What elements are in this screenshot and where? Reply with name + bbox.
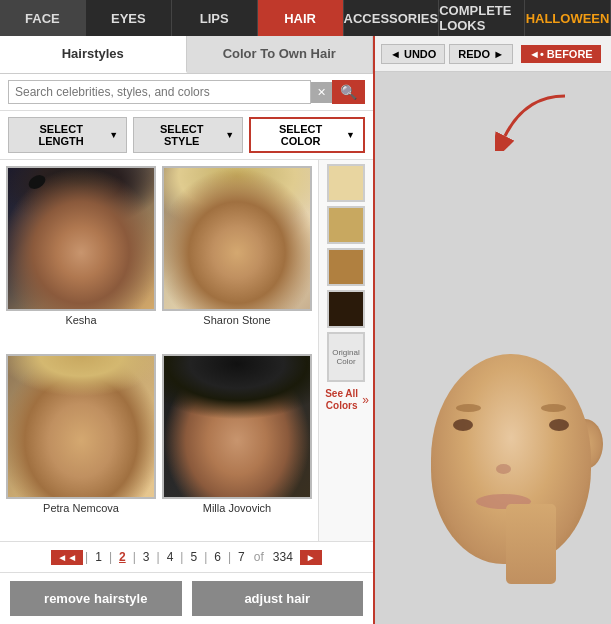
filters-bar: SELECT LENGTH ▼ SELECT STYLE ▼ SELECT CO… — [0, 111, 373, 160]
hair-item-petra-nemcova[interactable]: Petra Nemcova — [6, 354, 156, 536]
hair-grid: Kesha Sharon Stone — [0, 160, 318, 541]
tab-accessories[interactable]: ACCESSORIES — [344, 0, 440, 36]
tab-hair[interactable]: HAIR — [258, 0, 344, 36]
nose — [496, 464, 511, 474]
see-all-arrow-icon: » — [362, 393, 369, 407]
sub-tabs: Hairstyles Color To Own Hair — [0, 36, 373, 74]
sharon-face — [164, 168, 310, 309]
page-2[interactable]: 2 — [114, 548, 131, 566]
color-swatch-4[interactable] — [327, 290, 365, 328]
select-style-button[interactable]: SELECT STYLE ▼ — [133, 117, 243, 153]
red-arrow-indicator — [495, 91, 575, 151]
content-area: Kesha Sharon Stone — [0, 160, 373, 541]
select-color-arrow-icon: ▼ — [346, 130, 355, 140]
bottom-buttons: remove hairstyle adjust hair — [0, 572, 373, 624]
select-style-label: SELECT STYLE — [142, 123, 221, 147]
search-clear-button[interactable]: ✕ — [311, 82, 332, 103]
page-1[interactable]: 1 — [90, 548, 107, 566]
color-swatch-3[interactable] — [327, 248, 365, 286]
petra-silhouette — [8, 356, 154, 497]
kesha-face — [8, 168, 154, 309]
eye-right — [549, 419, 569, 431]
select-color-button[interactable]: SELECT COLOR ▼ — [249, 117, 365, 153]
color-swatch-1[interactable] — [327, 164, 365, 202]
tab-lips[interactable]: LIPS — [172, 0, 258, 36]
sharon-label: Sharon Stone — [203, 314, 270, 326]
tab-face[interactable]: FACE — [0, 0, 86, 36]
top-nav: FACE EYES LIPS HAIR ACCESSORIES COMPLETE… — [0, 0, 611, 36]
main-area: Hairstyles Color To Own Hair ✕ 🔍 SELECT … — [0, 36, 611, 624]
page-5[interactable]: 5 — [185, 548, 202, 566]
hair-img-milla-jovovich[interactable] — [162, 354, 312, 499]
milla-hair — [164, 356, 310, 434]
face-preview — [375, 44, 611, 624]
pagination: ◄◄ | 1 | 2 | 3 | 4 | 5 | 6 | 7 of 334 ► — [0, 541, 373, 572]
subtab-hairstyles[interactable]: Hairstyles — [0, 36, 187, 73]
search-input[interactable] — [8, 80, 311, 104]
original-color-label: Original Color — [329, 348, 363, 366]
select-color-label: SELECT COLOR — [259, 123, 342, 147]
sharon-silhouette — [164, 168, 310, 309]
select-length-button[interactable]: SELECT LENGTH ▼ — [8, 117, 127, 153]
eyebrow-right — [541, 404, 566, 412]
select-style-arrow-icon: ▼ — [225, 130, 234, 140]
kesha-label: Kesha — [65, 314, 96, 326]
color-panel: Original Color See All Colors » — [318, 160, 373, 541]
subtab-color-own-hair[interactable]: Color To Own Hair — [187, 36, 374, 73]
search-bar: ✕ 🔍 — [0, 74, 373, 111]
hair-img-petra-nemcova[interactable] — [6, 354, 156, 499]
milla-label: Milla Jovovich — [203, 502, 271, 514]
app-container: FACE EYES LIPS HAIR ACCESSORIES COMPLETE… — [0, 0, 611, 624]
see-all-colors-container: See All Colors » — [323, 388, 369, 412]
page-4[interactable]: 4 — [162, 548, 179, 566]
adjust-hair-button[interactable]: adjust hair — [192, 581, 364, 616]
hair-img-sharon-stone[interactable] — [162, 166, 312, 311]
milla-silhouette — [164, 356, 310, 497]
see-all-colors-link[interactable]: See All Colors — [323, 388, 360, 412]
original-color-swatch[interactable]: Original Color — [327, 332, 365, 382]
search-button[interactable]: 🔍 — [332, 80, 365, 104]
tab-halloween[interactable]: HALLOWEEN — [525, 0, 611, 36]
total-pages: 334 — [268, 548, 298, 566]
page-3[interactable]: 3 — [138, 548, 155, 566]
kesha-silhouette — [8, 168, 154, 309]
select-length-arrow-icon: ▼ — [109, 130, 118, 140]
color-swatch-2[interactable] — [327, 206, 365, 244]
tab-eyes[interactable]: EYES — [86, 0, 172, 36]
hair-item-sharon-stone[interactable]: Sharon Stone — [162, 166, 312, 348]
next-page-button[interactable]: ► — [300, 550, 322, 565]
hair-item-milla-jovovich[interactable]: Milla Jovovich — [162, 354, 312, 536]
remove-hairstyle-button[interactable]: remove hairstyle — [10, 581, 182, 616]
right-panel: ◄ UNDO REDO ► ◄• BEFORE — [375, 36, 611, 624]
left-panel: Hairstyles Color To Own Hair ✕ 🔍 SELECT … — [0, 36, 375, 624]
petra-label: Petra Nemcova — [43, 502, 119, 514]
page-7[interactable]: 7 — [233, 548, 250, 566]
first-page-button[interactable]: ◄◄ — [51, 550, 83, 565]
hair-item-kesha[interactable]: Kesha — [6, 166, 156, 348]
petra-hair — [8, 356, 154, 412]
tab-complete-looks[interactable]: COMPLETE LOOKS — [439, 0, 525, 36]
eye-left — [453, 419, 473, 431]
neck — [506, 504, 556, 584]
eyebrow-left — [456, 404, 481, 412]
select-length-label: SELECT LENGTH — [17, 123, 105, 147]
page-6[interactable]: 6 — [209, 548, 226, 566]
hair-img-kesha[interactable] — [6, 166, 156, 311]
